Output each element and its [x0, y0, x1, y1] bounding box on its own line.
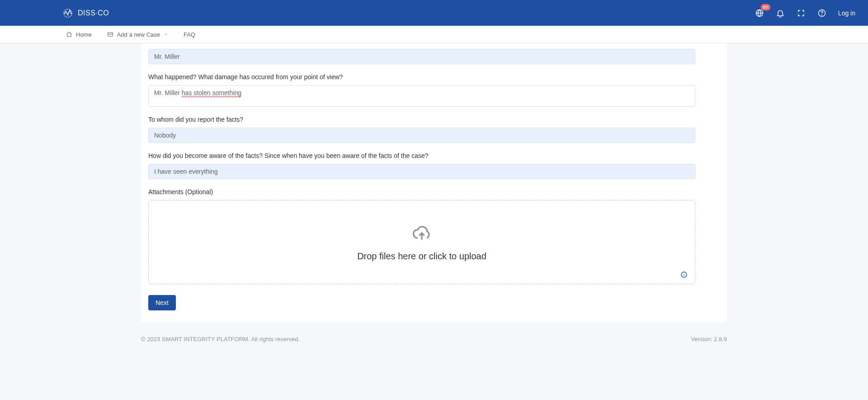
fullscreen-icon [797, 9, 805, 17]
fullscreen-button[interactable] [797, 9, 806, 18]
nav-home-label: Home [76, 31, 92, 38]
logo-text: DISS·CO [78, 9, 109, 17]
aware-label: How did you become aware of the facts? S… [148, 152, 695, 159]
svg-point-3 [821, 14, 822, 15]
footer-copyright: © 2023 SMART INTEGRITY PLATFORM. All rig… [141, 336, 300, 343]
help-icon [817, 9, 826, 18]
notifications-button[interactable] [776, 9, 785, 18]
report-to-input[interactable] [148, 128, 695, 143]
form-card: What happened? What damage has occured f… [141, 43, 727, 322]
attachments-label: Attachments (Optional) [148, 188, 695, 195]
login-link[interactable]: Log in [838, 10, 855, 17]
help-button[interactable] [817, 9, 826, 18]
nav-add-case-label: Add a new Case [117, 31, 160, 38]
cloud-upload-icon [412, 223, 432, 243]
chevron-down-icon [164, 32, 168, 37]
what-happened-label: What happened? What damage has occured f… [148, 73, 695, 81]
info-icon[interactable] [680, 271, 688, 278]
attachments-dropzone[interactable]: Drop files here or click to upload [148, 200, 695, 284]
page: What happened? What damage has occured f… [141, 43, 727, 353]
header-right: en Log in [755, 9, 855, 18]
nav-faq-label: FAQ [184, 31, 195, 38]
nav-faq[interactable]: FAQ [184, 31, 195, 38]
top-header: DISS·CO en [0, 0, 868, 26]
what-happened-textarea[interactable]: Mr. Miller has stolen something [148, 85, 695, 107]
dropzone-text: Drop files here or click to upload [357, 251, 486, 262]
footer: © 2023 SMART INTEGRITY PLATFORM. All rig… [141, 331, 727, 343]
involved-person-input[interactable] [148, 49, 695, 64]
sub-nav: Home Add a new Case FAQ [0, 26, 868, 43]
report-to-label: To whom did you report the facts? [148, 116, 695, 123]
footer-version: Version: 2.8.9 [691, 336, 727, 343]
aware-input[interactable] [148, 164, 695, 179]
home-icon [66, 31, 72, 38]
mail-icon [107, 31, 113, 38]
nav-add-case[interactable]: Add a new Case [107, 31, 168, 38]
what-happened-text-plain: Mr. Miller [154, 89, 182, 96]
language-badge: en [761, 4, 770, 10]
next-button[interactable]: Next [148, 295, 176, 310]
language-button[interactable]: en [755, 9, 764, 18]
nav-home[interactable]: Home [66, 31, 92, 38]
what-happened-text-error: has stolen something [182, 89, 241, 96]
bell-icon [776, 9, 785, 18]
logo-icon [62, 8, 73, 19]
brand-logo[interactable]: DISS·CO [62, 8, 109, 19]
